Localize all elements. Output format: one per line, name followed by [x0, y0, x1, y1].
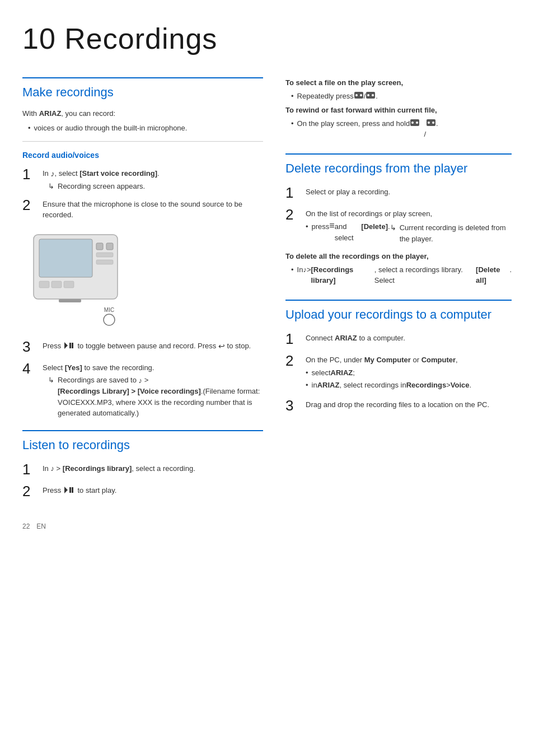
- device-image: MIC: [22, 229, 263, 330]
- right-top-section: To select a file on the play screen, Rep…: [285, 77, 512, 140]
- svg-point-23: [372, 94, 374, 96]
- back-icon-1: ↩: [218, 340, 225, 352]
- svg-rect-14: [72, 343, 73, 348]
- step-delete-1: 1 Select or play a recording.: [285, 184, 512, 202]
- left-column: Make recordings With ARIAZ, you can reco…: [22, 77, 263, 505]
- step-delete-2: 2 On the list of recordings or play scre…: [285, 206, 512, 247]
- svg-text:MIC: MIC: [104, 307, 114, 313]
- make-recordings-title: Make recordings: [22, 77, 263, 101]
- play-pause-icon-1: [64, 341, 74, 352]
- step-record-3: 3 Press to toggle between pause and reco…: [22, 338, 263, 356]
- select-file-label: To select a file on the play screen,: [285, 77, 512, 88]
- svg-point-25: [411, 122, 414, 124]
- upload-recordings-title: Upload your recordings to a computer: [285, 300, 512, 324]
- delete-recordings-title: Delete recordings from the player: [285, 153, 512, 178]
- listen-recordings-section: Listen to recordings 1 In ♪ > [Recording…: [22, 430, 263, 500]
- step-listen-1: 1 In ♪ > [Recordings library], select a …: [22, 461, 263, 478]
- nav-icon-hold2: [427, 118, 435, 129]
- step-record-1: 1 In ♪, select [Start voice recording]. …: [22, 166, 263, 192]
- step-record-4: 4 Select [Yes] to save the recording. ↳ …: [22, 360, 263, 418]
- svg-rect-1: [39, 239, 92, 277]
- step-upload-1: 1 Connect ARIAZ to a computer.: [285, 330, 512, 348]
- delete-recordings-section: Delete recordings from the player 1 Sele…: [285, 153, 512, 286]
- step-upload-2: 2 On the PC, under My Computer or Comput…: [285, 352, 512, 393]
- footer-lang: EN: [36, 521, 46, 531]
- svg-rect-2: [96, 243, 103, 250]
- svg-point-20: [360, 94, 362, 96]
- svg-rect-6: [39, 281, 49, 288]
- page-title: 10 Recordings: [22, 17, 512, 66]
- svg-rect-4: [96, 253, 113, 257]
- svg-rect-11: [59, 299, 81, 302]
- svg-rect-16: [69, 487, 71, 493]
- svg-point-19: [355, 94, 358, 96]
- svg-point-10: [104, 314, 115, 325]
- menu-icon-1: ≡: [329, 221, 334, 230]
- svg-rect-5: [96, 260, 113, 264]
- make-recordings-section: Make recordings With ARIAZ, you can reco…: [22, 77, 263, 419]
- svg-point-29: [432, 122, 434, 124]
- svg-point-26: [416, 122, 418, 124]
- device-illustration: MIC: [22, 229, 146, 327]
- upload-recordings-section: Upload your recordings to a computer 1 C…: [285, 300, 512, 415]
- svg-rect-8: [64, 281, 74, 288]
- make-recordings-bullets: voices or audio through the built-in mic…: [28, 123, 263, 134]
- step-listen-2: 2 Press to start play.: [22, 483, 263, 500]
- footer: 22 EN: [22, 521, 512, 531]
- nav-icon-left: [354, 91, 363, 102]
- step-upload-3: 3 Drag and drop the recording files to a…: [285, 397, 512, 414]
- svg-marker-15: [64, 487, 68, 493]
- rewind-label: To rewind or fast forward within current…: [285, 105, 512, 116]
- svg-point-22: [367, 94, 369, 96]
- play-pause-icon-2: [64, 486, 74, 497]
- step-record-2: 2 Ensure that the microphone is close to…: [22, 197, 263, 221]
- listen-recordings-title: Listen to recordings: [22, 430, 263, 454]
- svg-rect-17: [72, 487, 73, 493]
- right-column: To select a file on the play screen, Rep…: [285, 77, 512, 505]
- footer-page-number: 22: [22, 521, 30, 531]
- svg-marker-12: [64, 342, 68, 349]
- nav-icon-hold: [410, 118, 419, 129]
- record-audio-title: Record audio/voices: [22, 150, 263, 161]
- svg-point-28: [428, 122, 430, 124]
- make-recordings-intro: With ARIAZ, you can record:: [22, 108, 263, 119]
- svg-rect-3: [106, 243, 113, 250]
- delete-all-label: To delete all the recordings on the play…: [285, 251, 512, 262]
- svg-rect-13: [69, 343, 71, 348]
- svg-rect-7: [51, 281, 62, 288]
- nav-icon-right: [366, 91, 375, 102]
